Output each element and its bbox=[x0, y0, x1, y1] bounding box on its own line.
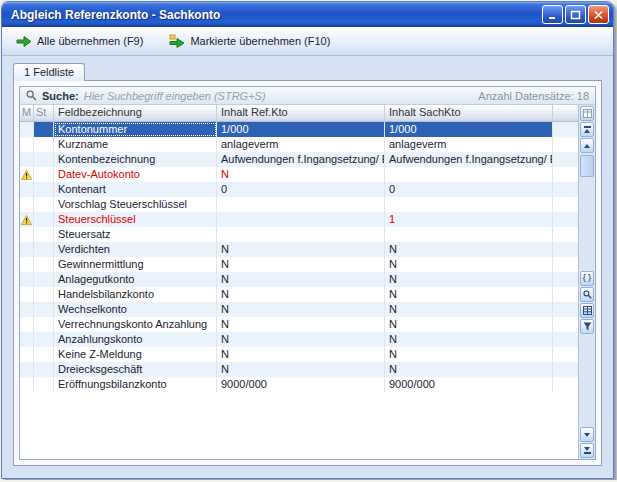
header-field[interactable]: Feldbezeichnung bbox=[54, 105, 217, 121]
scroll-up-button[interactable] bbox=[580, 138, 594, 153]
filter-button[interactable] bbox=[580, 319, 594, 334]
status-cell[interactable] bbox=[34, 257, 54, 272]
field-cell[interactable]: Kurzname bbox=[54, 137, 217, 152]
table-row[interactable]: Handelsbilanzkonto N N bbox=[20, 287, 578, 302]
field-cell[interactable]: Wechselkonto bbox=[54, 302, 217, 317]
scroll-bottom-button[interactable] bbox=[580, 443, 594, 458]
table-row[interactable]: Kurzname anlageverm anlageverm bbox=[20, 137, 578, 152]
marker-cell[interactable] bbox=[20, 332, 34, 347]
sach-value-cell[interactable]: N bbox=[385, 332, 553, 347]
scroll-thumb[interactable] bbox=[580, 155, 594, 177]
bookmark-button[interactable]: {} bbox=[580, 271, 594, 286]
marker-cell[interactable] bbox=[20, 242, 34, 257]
minimize-button[interactable] bbox=[542, 5, 563, 24]
sach-value-cell[interactable]: N bbox=[385, 242, 553, 257]
ref-value-cell[interactable]: N bbox=[217, 287, 385, 302]
status-cell[interactable] bbox=[34, 287, 54, 302]
table-row[interactable]: Gewinnermittlung N N bbox=[20, 257, 578, 272]
sach-value-cell[interactable]: N bbox=[385, 287, 553, 302]
field-cell[interactable]: Datev-Autokonto bbox=[54, 167, 217, 182]
table-row[interactable]: Dreiecksgeschäft N N bbox=[20, 362, 578, 377]
status-cell[interactable] bbox=[34, 122, 54, 137]
table-row[interactable]: Eröffnungsbilanzkonto 9000/000 9000/000 bbox=[20, 377, 578, 392]
table-row[interactable]: Kontenart 0 0 bbox=[20, 182, 578, 197]
status-cell[interactable] bbox=[34, 242, 54, 257]
tab-feldliste[interactable]: 1 Feldliste bbox=[13, 63, 85, 81]
table-row[interactable]: Anlagegutkonto N N bbox=[20, 272, 578, 287]
ref-value-cell[interactable]: Aufwendungen f.Ingangsetzung/ Erweit.d.G… bbox=[217, 152, 385, 167]
header-sach[interactable]: Inhalt SachKto bbox=[385, 105, 553, 121]
sach-value-cell[interactable]: 1 bbox=[385, 212, 553, 227]
marker-cell[interactable] bbox=[20, 152, 34, 167]
table-row[interactable]: Vorschlag Steuerschlüssel bbox=[20, 197, 578, 212]
scroll-top-button[interactable] bbox=[580, 122, 594, 137]
scroll-down-button[interactable] bbox=[580, 427, 594, 442]
status-cell[interactable] bbox=[34, 137, 54, 152]
search-input[interactable] bbox=[84, 90, 344, 102]
marker-cell[interactable] bbox=[20, 362, 34, 377]
header-ref[interactable]: Inhalt Ref.Kto bbox=[217, 105, 385, 121]
ref-value-cell[interactable] bbox=[217, 212, 385, 227]
ref-value-cell[interactable]: N bbox=[217, 242, 385, 257]
field-cell[interactable]: Handelsbilanzkonto bbox=[54, 287, 217, 302]
apply-marked-button[interactable]: Markierte übernehmen (F10) bbox=[162, 30, 337, 53]
sach-value-cell[interactable]: N bbox=[385, 362, 553, 377]
status-cell[interactable] bbox=[34, 332, 54, 347]
sach-value-cell[interactable]: 9000/000 bbox=[385, 377, 553, 392]
sach-value-cell[interactable]: N bbox=[385, 272, 553, 287]
table-row[interactable]: Verrechnungskonto Anzahlung N N bbox=[20, 317, 578, 332]
status-cell[interactable] bbox=[34, 317, 54, 332]
status-cell[interactable] bbox=[34, 227, 54, 242]
ref-value-cell[interactable] bbox=[217, 197, 385, 212]
ref-value-cell[interactable]: N bbox=[217, 302, 385, 317]
field-cell[interactable]: Keine Z-Meldung bbox=[54, 347, 217, 362]
grid-view-button[interactable] bbox=[580, 303, 594, 318]
ref-value-cell[interactable]: N bbox=[217, 167, 385, 182]
table-row[interactable]: Steuerschlüssel 1 bbox=[20, 212, 578, 227]
sach-value-cell[interactable]: 0 bbox=[385, 182, 553, 197]
column-chooser-button[interactable] bbox=[580, 106, 594, 121]
status-cell[interactable] bbox=[34, 302, 54, 317]
field-cell[interactable]: Eröffnungsbilanzkonto bbox=[54, 377, 217, 392]
status-cell[interactable] bbox=[34, 272, 54, 287]
field-cell[interactable]: Anzahlungskonto bbox=[54, 332, 217, 347]
field-cell[interactable]: Verdichten bbox=[54, 242, 217, 257]
field-cell[interactable]: Gewinnermittlung bbox=[54, 257, 217, 272]
field-cell[interactable]: Steuersatz bbox=[54, 227, 217, 242]
sach-value-cell[interactable]: anlageverm bbox=[385, 137, 553, 152]
field-cell[interactable]: Verrechnungskonto Anzahlung bbox=[54, 317, 217, 332]
marker-cell[interactable] bbox=[20, 377, 34, 392]
ref-value-cell[interactable] bbox=[217, 227, 385, 242]
status-cell[interactable] bbox=[34, 182, 54, 197]
ref-value-cell[interactable]: N bbox=[217, 347, 385, 362]
marker-cell[interactable] bbox=[20, 272, 34, 287]
field-cell[interactable]: Anlagegutkonto bbox=[54, 272, 217, 287]
field-cell[interactable]: Dreiecksgeschäft bbox=[54, 362, 217, 377]
scroll-track[interactable]: {} bbox=[579, 177, 595, 426]
field-cell[interactable]: Vorschlag Steuerschlüssel bbox=[54, 197, 217, 212]
table-row[interactable]: Anzahlungskonto N N bbox=[20, 332, 578, 347]
table-row[interactable]: Datev-Autokonto N bbox=[20, 167, 578, 182]
marker-cell[interactable] bbox=[20, 347, 34, 362]
ref-value-cell[interactable]: anlageverm bbox=[217, 137, 385, 152]
field-cell[interactable]: Steuerschlüssel bbox=[54, 212, 217, 227]
status-cell[interactable] bbox=[34, 362, 54, 377]
field-cell[interactable]: Kontonummer bbox=[54, 122, 217, 137]
sach-value-cell[interactable]: N bbox=[385, 302, 553, 317]
table-row[interactable]: Verdichten N N bbox=[20, 242, 578, 257]
ref-value-cell[interactable]: N bbox=[217, 317, 385, 332]
marker-cell[interactable] bbox=[20, 182, 34, 197]
search-records-button[interactable] bbox=[580, 287, 594, 302]
sach-value-cell[interactable]: N bbox=[385, 257, 553, 272]
status-cell[interactable] bbox=[34, 167, 54, 182]
sach-value-cell[interactable] bbox=[385, 167, 553, 182]
marker-cell[interactable] bbox=[20, 302, 34, 317]
status-cell[interactable] bbox=[34, 152, 54, 167]
field-cell[interactable]: Kontenbezeichnung bbox=[54, 152, 217, 167]
apply-all-button[interactable]: Alle übernehmen (F9) bbox=[9, 30, 150, 53]
field-cell[interactable]: Kontenart bbox=[54, 182, 217, 197]
marker-cell[interactable] bbox=[20, 197, 34, 212]
marker-cell[interactable] bbox=[20, 257, 34, 272]
ref-value-cell[interactable]: 9000/000 bbox=[217, 377, 385, 392]
sach-value-cell[interactable]: N bbox=[385, 317, 553, 332]
